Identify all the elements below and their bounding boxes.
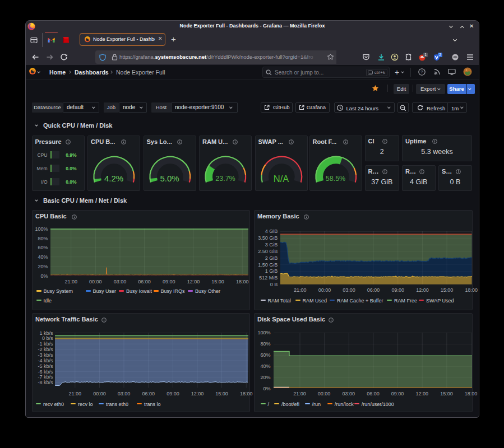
svg-text:?: ? (420, 69, 423, 74)
svg-text:1: 1 (424, 53, 427, 57)
svg-text:2: 2 (439, 53, 441, 57)
